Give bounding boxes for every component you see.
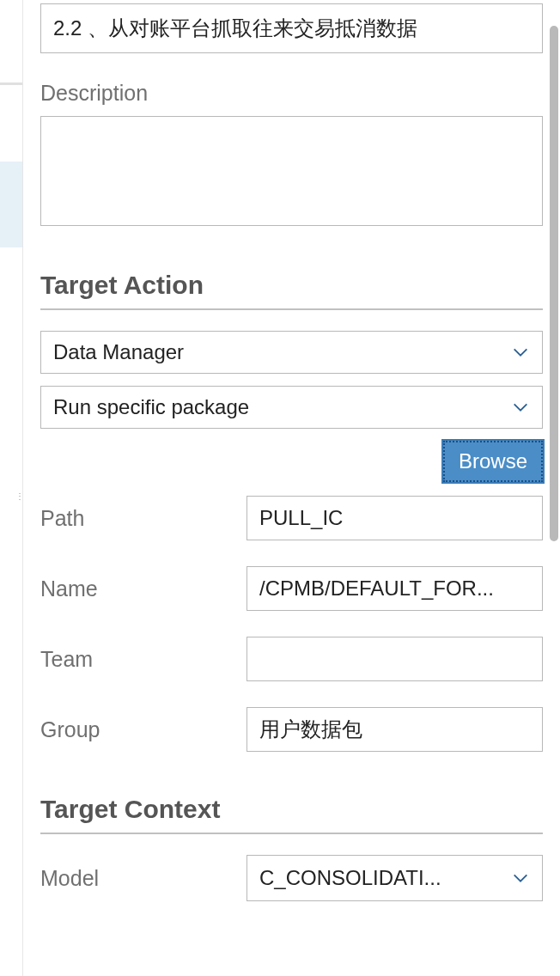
team-value[interactable]: [247, 637, 543, 681]
model-label: Model: [40, 866, 247, 891]
description-textarea[interactable]: [40, 116, 543, 226]
team-row: Team: [40, 637, 543, 681]
sidebar-separator: [0, 82, 22, 85]
model-row: Model C_CONSOLIDATI...: [40, 855, 543, 901]
action-type-value: Data Manager: [53, 340, 511, 364]
model-select[interactable]: C_CONSOLIDATI...: [247, 855, 543, 901]
description-label: Description: [40, 81, 543, 106]
chevron-down-icon: [511, 398, 530, 417]
path-label: Path: [40, 506, 247, 531]
model-value: C_CONSOLIDATI...: [259, 866, 511, 890]
vertical-scrollbar[interactable]: [550, 26, 558, 541]
sidebar-active-indicator: [0, 162, 22, 247]
properties-panel: Description Target Action Data Manager R…: [22, 0, 560, 976]
path-value[interactable]: PULL_IC: [247, 496, 543, 540]
path-row: Path PULL_IC: [40, 496, 543, 540]
target-context-heading: Target Context: [40, 795, 543, 834]
splitter-grip-icon[interactable]: ⋮⋮: [15, 495, 22, 509]
action-subtype-value: Run specific package: [53, 395, 511, 419]
name-value[interactable]: /CPMB/DEFAULT_FOR...: [247, 566, 543, 611]
app-root: ⋮⋮ Description Target Action Data Manage…: [0, 0, 560, 976]
chevron-down-icon: [511, 869, 530, 888]
chevron-down-icon: [511, 343, 530, 362]
browse-row: Browse: [40, 441, 543, 482]
sidebar-rail: ⋮⋮: [0, 0, 22, 976]
team-label: Team: [40, 647, 247, 672]
name-row: Name /CPMB/DEFAULT_FOR...: [40, 566, 543, 611]
group-row: Group 用户数据包: [40, 707, 543, 752]
title-input[interactable]: [40, 3, 543, 53]
action-type-select[interactable]: Data Manager: [40, 331, 543, 374]
group-label: Group: [40, 717, 247, 742]
name-label: Name: [40, 576, 247, 601]
group-value[interactable]: 用户数据包: [247, 707, 543, 752]
browse-button[interactable]: Browse: [443, 441, 543, 482]
target-action-heading: Target Action: [40, 271, 543, 310]
action-subtype-select[interactable]: Run specific package: [40, 386, 543, 429]
